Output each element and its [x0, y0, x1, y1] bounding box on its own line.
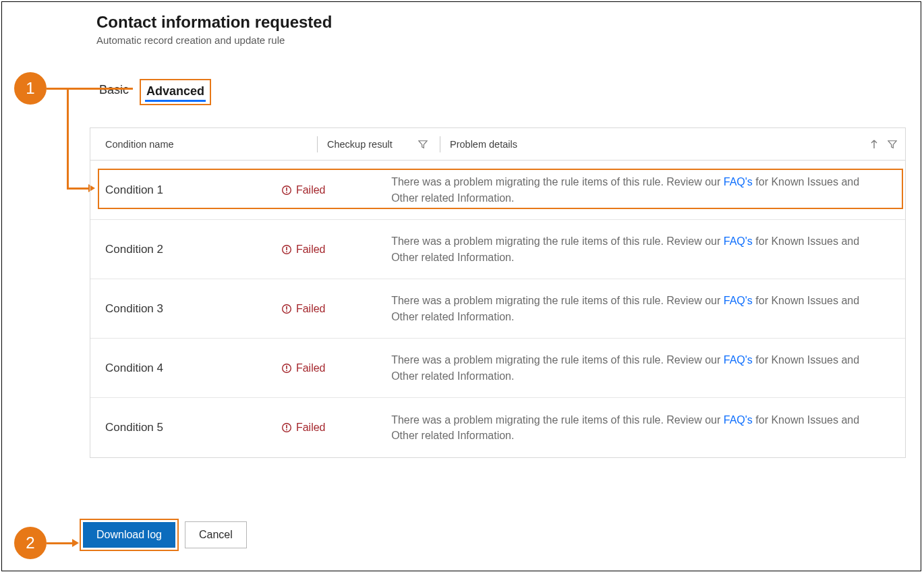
failed-label: Failed [296, 303, 326, 315]
svg-rect-13 [286, 425, 287, 428]
error-icon [281, 185, 292, 196]
tab-bar: Basic Advanced [96, 79, 211, 105]
failed-label: Failed [296, 362, 326, 374]
table-row[interactable]: Condition 2FailedThere was a problem mig… [90, 220, 905, 279]
checkup-result-cell: Failed [281, 422, 383, 434]
col-checkup-result[interactable]: Checkup result [317, 136, 440, 152]
tab-advanced[interactable]: Advanced [140, 79, 211, 105]
faq-link[interactable]: FAQ's [724, 414, 753, 426]
column-separator [317, 136, 318, 152]
svg-rect-1 [286, 188, 287, 191]
checkup-result-cell: Failed [281, 243, 383, 256]
svg-rect-5 [286, 251, 287, 252]
tab-basic[interactable]: Basic [96, 79, 132, 103]
col-result-label: Checkup result [327, 139, 393, 150]
callout-badge-2: 2 [14, 527, 47, 559]
conditions-table: Condition name Checkup result Problem de… [90, 127, 906, 458]
cancel-button[interactable]: Cancel [185, 521, 247, 548]
callout-line-1a [47, 88, 133, 90]
table-row[interactable]: Condition 3FailedThere was a problem mig… [90, 279, 905, 339]
condition-name-cell: Condition 5 [90, 421, 281, 434]
button-row: Download log Cancel [83, 521, 247, 548]
svg-rect-8 [286, 310, 287, 312]
error-icon [281, 304, 292, 314]
problem-details-cell: There was a problem migrating the rule i… [383, 165, 905, 214]
col-condition-name[interactable]: Condition name [90, 139, 317, 150]
col-problem-details[interactable]: Problem details [440, 136, 905, 152]
callout-badge-1: 1 [14, 72, 47, 105]
svg-rect-4 [286, 247, 287, 250]
faq-link[interactable]: FAQ's [724, 354, 753, 366]
faq-link[interactable]: FAQ's [724, 176, 753, 188]
faq-link[interactable]: FAQ's [724, 235, 753, 247]
error-icon [281, 244, 292, 255]
problem-details-cell: There was a problem migrating the rule i… [383, 403, 905, 453]
faq-link[interactable]: FAQ's [724, 295, 753, 306]
table-row[interactable]: Condition 5FailedThere was a problem mig… [90, 398, 905, 457]
table-row[interactable]: Condition 4FailedThere was a problem mig… [90, 339, 905, 398]
svg-rect-11 [286, 370, 287, 371]
problem-details-cell: There was a problem migrating the rule i… [383, 224, 905, 274]
page-subtitle: Automatic record creation and update rul… [96, 34, 332, 46]
condition-name-cell: Condition 3 [90, 302, 281, 316]
failed-label: Failed [296, 243, 326, 256]
col-condition-label: Condition name [105, 139, 174, 150]
callout-line-1c [67, 188, 90, 190]
page-title: Contact information requested [96, 13, 332, 32]
svg-rect-14 [286, 429, 287, 430]
sort-asc-icon[interactable] [870, 140, 878, 149]
problem-details-cell: There was a problem migrating the rule i… [383, 283, 905, 333]
table-header: Condition name Checkup result Problem de… [90, 128, 905, 161]
table-row[interactable]: Condition 1FailedThere was a problem mig… [90, 161, 905, 220]
failed-label: Failed [296, 184, 326, 196]
callout-line-1b [67, 88, 69, 189]
checkup-result-cell: Failed [281, 362, 383, 374]
condition-name-cell: Condition 4 [90, 362, 281, 375]
svg-rect-2 [286, 192, 287, 193]
download-log-button[interactable]: Download log [83, 522, 175, 548]
condition-name-cell: Condition 2 [90, 243, 281, 256]
callout-line-2 [47, 542, 74, 544]
error-icon [281, 363, 292, 374]
filter-icon[interactable] [418, 140, 428, 149]
condition-name-cell: Condition 1 [90, 183, 281, 197]
svg-rect-7 [286, 306, 287, 310]
column-separator [440, 136, 440, 152]
filter-icon[interactable] [888, 140, 897, 149]
col-details-label: Problem details [450, 139, 517, 150]
svg-rect-10 [286, 366, 287, 369]
callout-arrow-2 [72, 539, 79, 547]
page-header: Contact information requested Automatic … [96, 13, 332, 46]
page-frame: Contact information requested Automatic … [1, 1, 921, 571]
checkup-result-cell: Failed [281, 184, 383, 196]
error-icon [281, 422, 292, 433]
failed-label: Failed [296, 422, 326, 434]
problem-details-cell: There was a problem migrating the rule i… [383, 343, 905, 393]
checkup-result-cell: Failed [281, 303, 383, 315]
